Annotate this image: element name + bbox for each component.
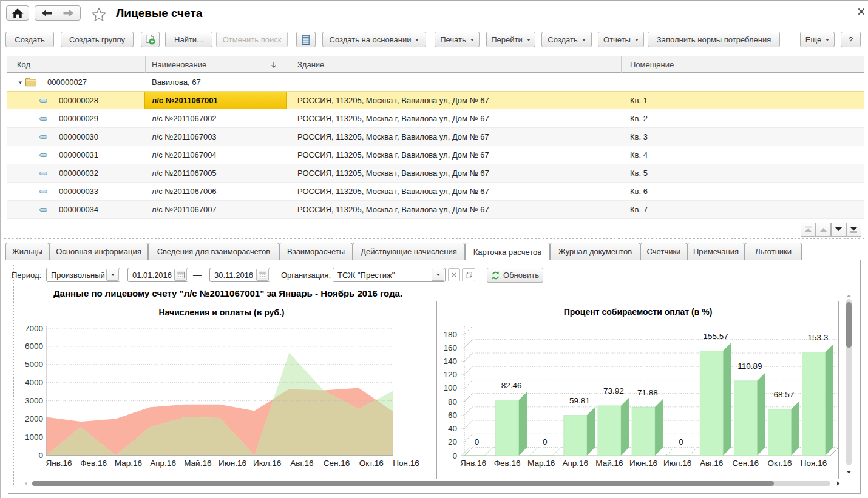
svg-text:3000: 3000	[25, 396, 43, 405]
svg-text:180: 180	[443, 330, 457, 339]
svg-text:4000: 4000	[25, 378, 43, 387]
svg-text:Сен.16: Сен.16	[324, 459, 350, 468]
svg-text:Авг.16: Авг.16	[290, 459, 313, 468]
svg-text:Апр.16: Апр.16	[150, 459, 176, 468]
svg-text:5000: 5000	[25, 360, 43, 369]
svg-text:82.46: 82.46	[501, 381, 522, 390]
svg-text:Фев.16: Фев.16	[80, 459, 107, 468]
svg-text:80: 80	[448, 397, 457, 406]
svg-text:0: 0	[543, 437, 548, 446]
svg-text:Июл.16: Июл.16	[663, 459, 691, 468]
svg-text:160: 160	[443, 343, 457, 352]
svg-text:0: 0	[679, 437, 683, 446]
svg-text:Фев.16: Фев.16	[494, 459, 521, 468]
svg-text:73.92: 73.92	[603, 386, 624, 395]
svg-text:0: 0	[475, 437, 480, 446]
svg-text:2000: 2000	[25, 414, 43, 423]
svg-text:68.57: 68.57	[774, 390, 795, 399]
svg-text:Апр.16: Апр.16	[563, 459, 589, 468]
svg-text:Май.16: Май.16	[595, 459, 623, 468]
svg-text:Июн.16: Июн.16	[629, 459, 657, 468]
svg-text:Июн.16: Июн.16	[219, 459, 246, 468]
svg-text:Мар.16: Мар.16	[115, 459, 142, 468]
svg-text:0: 0	[38, 451, 43, 460]
svg-text:0: 0	[452, 451, 457, 460]
svg-text:Сен.16: Сен.16	[733, 459, 759, 468]
svg-text:Май.16: Май.16	[184, 459, 211, 468]
svg-text:71.88: 71.88	[637, 388, 658, 397]
svg-text:Июл.16: Июл.16	[253, 459, 281, 468]
svg-text:140: 140	[443, 357, 457, 366]
svg-text:Авг.16: Авг.16	[700, 459, 723, 468]
svg-text:153.3: 153.3	[808, 333, 829, 342]
svg-text:110.89: 110.89	[737, 362, 762, 371]
svg-text:6000: 6000	[25, 342, 43, 351]
svg-text:40: 40	[448, 424, 457, 433]
svg-text:100: 100	[443, 383, 457, 392]
svg-text:120: 120	[443, 370, 457, 379]
svg-text:Мар.16: Мар.16	[527, 459, 555, 468]
svg-text:Ноя.16: Ноя.16	[801, 459, 827, 468]
svg-text:Янв.16: Янв.16	[460, 459, 486, 468]
svg-text:60: 60	[448, 411, 457, 420]
svg-text:7000: 7000	[25, 324, 43, 333]
svg-text:59.81: 59.81	[569, 396, 590, 405]
svg-text:Окт.16: Окт.16	[359, 459, 384, 468]
svg-text:20: 20	[448, 437, 457, 446]
svg-text:Начисления и оплаты (в руб.): Начисления и оплаты (в руб.)	[158, 308, 284, 317]
svg-text:1000: 1000	[25, 432, 43, 442]
svg-text:Ноя.16: Ноя.16	[393, 459, 419, 468]
svg-text:Процент собираемости оплат (в: Процент собираемости оплат (в %)	[564, 307, 713, 317]
svg-text:Окт.16: Окт.16	[767, 459, 792, 468]
svg-text:Янв.16: Янв.16	[46, 459, 72, 468]
svg-text:155.57: 155.57	[704, 332, 728, 341]
